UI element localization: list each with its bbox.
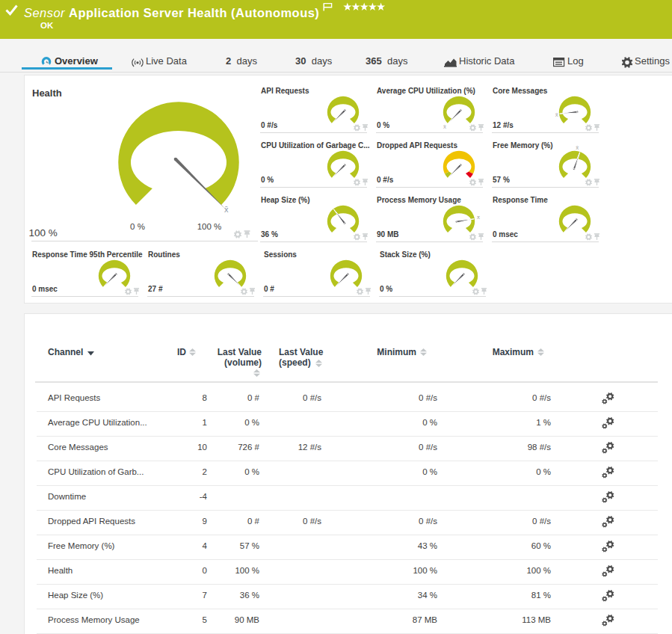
svg-text:x̄: x̄	[576, 146, 579, 151]
svg-text:x̄: x̄	[555, 111, 558, 118]
svg-text:x̄: x̄	[477, 214, 480, 221]
svg-text:x̄: x̄	[443, 123, 446, 130]
